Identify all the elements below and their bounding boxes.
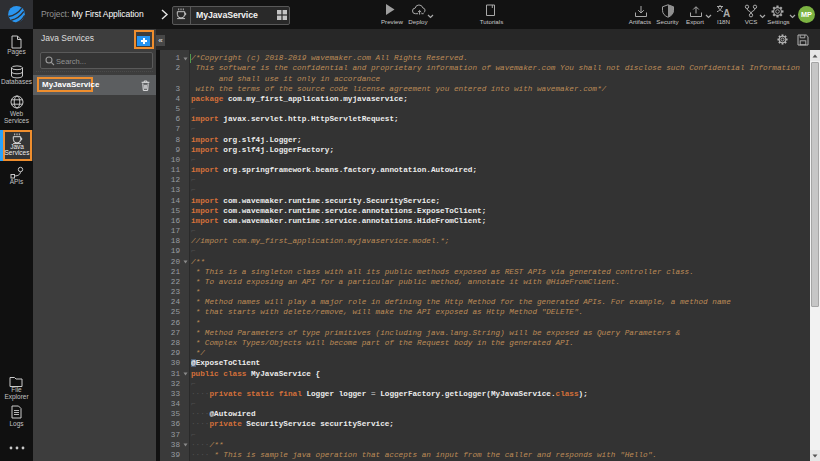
svg-text:A: A xyxy=(723,8,730,18)
